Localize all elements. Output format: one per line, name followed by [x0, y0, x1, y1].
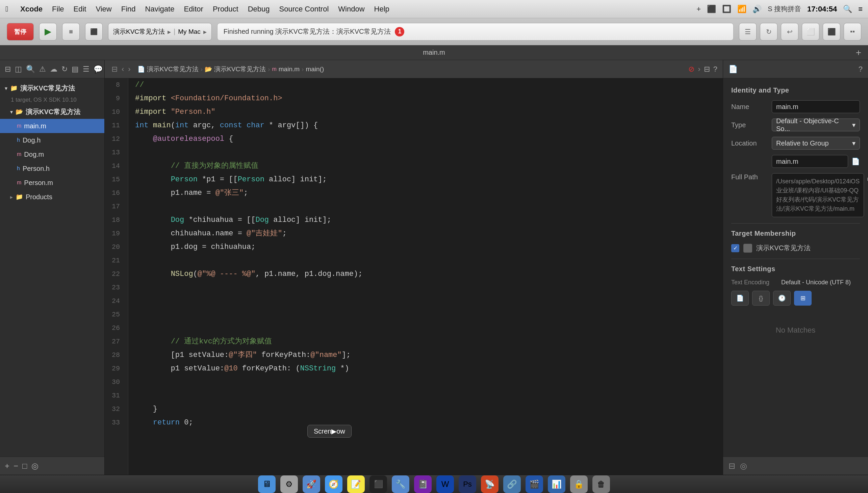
- dock-unknown2[interactable]: 📊: [548, 475, 565, 493]
- stop-square-button[interactable]: ■: [62, 23, 80, 41]
- layout1-icon-button[interactable]: ⬜: [802, 23, 819, 41]
- sidebar-remove-icon[interactable]: −: [14, 461, 18, 471]
- sidebar-warning-icon[interactable]: ⚠: [39, 65, 46, 73]
- breadcrumb-func[interactable]: main(): [306, 65, 324, 73]
- editor-area: ⊟ ‹ › 📄 演示KVC常见方法 › 📂 演示KVC常见方法 › m main…: [105, 60, 723, 475]
- nav-back-button[interactable]: ⊟: [110, 63, 119, 75]
- scheme-selector[interactable]: 演示KVC常见方法 ▸ | My Mac ▸: [108, 23, 212, 41]
- sidebar-search-icon[interactable]: 🔍: [26, 65, 35, 73]
- apple-menu-icon[interactable]: : [5, 5, 8, 14]
- refresh-icon-button[interactable]: ↻: [760, 23, 778, 41]
- code-editor[interactable]: 8 9 10 11 12 13 14 15 16 17 18 19 20 21 …: [105, 78, 723, 475]
- dock-safari[interactable]: 🧭: [325, 475, 342, 493]
- menubar-search-icon[interactable]: 🔍: [843, 5, 852, 14]
- ts-icon-grid[interactable]: ⊞: [794, 291, 811, 306]
- code-line-30: [135, 376, 716, 389]
- sidebar-filter-icon[interactable]: □: [22, 461, 27, 471]
- dock-unknown1[interactable]: 🔗: [503, 475, 521, 493]
- breadcrumb-panel-icon[interactable]: ⊟: [704, 65, 710, 73]
- sidebar-item-group[interactable]: ▾ 📂 演示KVC常见方法: [0, 105, 104, 119]
- dock-word[interactable]: W: [436, 475, 454, 493]
- target-membership-row: ✓ 演示KVC常见方法: [731, 243, 860, 253]
- lines-icon-button[interactable]: ☰: [739, 23, 757, 41]
- panel-file-icon[interactable]: 📄: [728, 65, 738, 73]
- add-tab-button[interactable]: +: [856, 47, 861, 58]
- sidebar-add-icon[interactable]: +: [5, 461, 9, 471]
- back-icon-button[interactable]: ↩: [781, 23, 799, 41]
- menu-product[interactable]: Product: [213, 5, 238, 14]
- breadcrumb-forward-icon[interactable]: ›: [698, 65, 700, 73]
- breadcrumb-sep-2: ›: [268, 65, 270, 73]
- dock-trash[interactable]: 🗑: [592, 475, 610, 493]
- sidebar-item-person-m[interactable]: m Person.m: [0, 176, 104, 190]
- breadcrumb-project[interactable]: 演示KVC常见方法: [147, 65, 198, 73]
- right-panel-bottom-icon1[interactable]: ⊟: [728, 461, 735, 471]
- menubar-plus-icon[interactable]: +: [696, 5, 701, 14]
- panel-name-field[interactable]: main.m: [772, 100, 860, 113]
- menu-find[interactable]: Find: [121, 5, 136, 14]
- breadcrumb-group[interactable]: 演示KVC常见方法: [214, 65, 266, 73]
- sidebar-folder-icon[interactable]: ⊟: [5, 65, 11, 73]
- panel-type-dropdown[interactable]: Default - Objective-C So... ▾: [772, 119, 860, 131]
- panel-question-icon[interactable]: ?: [859, 65, 863, 73]
- menu-xcode[interactable]: Xcode: [20, 5, 43, 14]
- dock-onenote[interactable]: 📓: [414, 475, 432, 493]
- dock-finder[interactable]: 🖥: [258, 475, 276, 493]
- right-panel-bottom-icon2[interactable]: ◎: [740, 461, 747, 471]
- layout2-icon-button[interactable]: ⬛: [823, 23, 840, 41]
- dock-photoshop[interactable]: Ps: [459, 475, 476, 493]
- sidebar-menu-icon[interactable]: ☰: [83, 65, 89, 73]
- file-tab-title[interactable]: main.m: [423, 49, 445, 57]
- sidebar-list-icon[interactable]: ▤: [71, 65, 79, 73]
- sidebar-grid-icon[interactable]: ◫: [15, 65, 22, 73]
- menubar-list-icon[interactable]: ≡: [858, 5, 863, 14]
- code-line-10: #import "Person.h": [135, 105, 716, 119]
- sidebar-cloud-icon[interactable]: ☁: [50, 65, 58, 73]
- menu-source-control[interactable]: Source Control: [279, 5, 329, 14]
- sidebar-item-dog-h[interactable]: h Dog.h: [0, 133, 104, 147]
- dock-syspref[interactable]: ⚙: [280, 475, 298, 493]
- sidebar-item-dog-m[interactable]: m Dog.m: [0, 147, 104, 162]
- dock-iMovie[interactable]: 🎬: [526, 475, 543, 493]
- breadcrumb-help-icon[interactable]: ?: [713, 65, 717, 73]
- run-button[interactable]: ▶: [39, 23, 57, 41]
- sidebar-target-icon[interactable]: ◎: [31, 461, 39, 471]
- panel-location-dropdown[interactable]: Relative to Group ▾: [772, 137, 860, 150]
- code-content[interactable]: // #import <Foundation/Foundation.h> #im…: [128, 78, 723, 475]
- dock-terminal[interactable]: ⬛: [369, 475, 387, 493]
- menu-navigate[interactable]: Navigate: [145, 5, 175, 14]
- dock-filezilla[interactable]: 📡: [481, 475, 499, 493]
- toolbar-right-icons: ☰ ↻ ↩ ⬜ ⬛ ▪▪: [739, 23, 861, 41]
- breadcrumb-file[interactable]: main.m: [279, 65, 300, 73]
- ts-icon-clock[interactable]: 🕐: [773, 291, 791, 306]
- sidebar-item-main-m[interactable]: m main.m: [0, 119, 104, 133]
- dock-keychain[interactable]: 🔒: [570, 475, 588, 493]
- stop-button[interactable]: 暂停: [7, 23, 34, 41]
- sidebar-chat-icon[interactable]: 💬: [93, 65, 103, 73]
- panel-location-file-value: main.m: [776, 158, 799, 166]
- panel-location-file-icon[interactable]: 📄: [851, 157, 860, 166]
- menu-file[interactable]: File: [52, 5, 64, 14]
- sidebar-item-products[interactable]: ▸ 📁 Products: [0, 190, 104, 204]
- ts-icon-braces[interactable]: {}: [752, 291, 770, 306]
- target-checkbox[interactable]: ✓: [731, 244, 739, 252]
- menu-window[interactable]: Window: [338, 5, 364, 14]
- dock-xcode[interactable]: 🔧: [392, 475, 409, 493]
- layout3-icon-button[interactable]: ▪▪: [844, 23, 861, 41]
- ts-icon-file[interactable]: 📄: [731, 291, 749, 306]
- menu-editor[interactable]: Editor: [184, 5, 203, 14]
- scheme-icon-button[interactable]: ⬛: [85, 23, 103, 41]
- sidebar-item-person-h[interactable]: h Person.h: [0, 162, 104, 176]
- menu-edit[interactable]: Edit: [73, 5, 86, 14]
- nav-next-button[interactable]: ›: [127, 63, 132, 75]
- menu-help[interactable]: Help: [374, 5, 389, 14]
- sidebar-item-project[interactable]: ▾ 📁 演示KVC常见方法: [0, 81, 104, 95]
- menu-view[interactable]: View: [96, 5, 111, 14]
- panel-name-row: Name main.m: [731, 100, 860, 113]
- panel-location-file-field[interactable]: main.m: [772, 155, 848, 168]
- sidebar-refresh-icon[interactable]: ↻: [62, 65, 67, 73]
- menu-debug[interactable]: Debug: [248, 5, 270, 14]
- dock-notes[interactable]: 📝: [347, 475, 365, 493]
- dock-launchpad[interactable]: 🚀: [303, 475, 320, 493]
- nav-prev-button[interactable]: ‹: [120, 63, 125, 75]
